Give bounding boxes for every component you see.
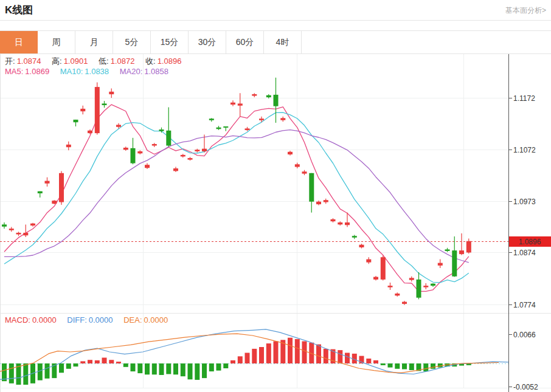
candle-body bbox=[373, 277, 378, 280]
y-axis-label: 1.1072 bbox=[513, 146, 536, 154]
macd-bar bbox=[137, 363, 142, 373]
ma5-label: MA5: bbox=[5, 67, 23, 76]
macd-bar bbox=[159, 363, 164, 375]
candle bbox=[181, 154, 185, 157]
macd-bar bbox=[188, 363, 193, 379]
candle bbox=[445, 248, 450, 252]
candle bbox=[366, 257, 371, 264]
candle-body bbox=[309, 173, 314, 202]
candle bbox=[23, 224, 28, 237]
close-label: 收: bbox=[145, 57, 156, 66]
macd-bar bbox=[152, 363, 157, 374]
candle-body bbox=[423, 286, 428, 287]
candle-body bbox=[23, 233, 28, 235]
candle-body bbox=[159, 129, 164, 131]
macd-bar bbox=[23, 363, 28, 385]
main-plot-area[interactable] bbox=[0, 78, 508, 305]
candle-body bbox=[74, 120, 78, 122]
candle bbox=[131, 138, 136, 164]
candle-body bbox=[88, 131, 92, 133]
candle bbox=[295, 163, 300, 168]
candle-body bbox=[223, 126, 228, 128]
candle bbox=[274, 78, 279, 123]
candle bbox=[195, 149, 199, 153]
diff-label: DIFF: bbox=[67, 315, 87, 325]
macd-readout: MACD:0.0000 DIFF:0.0000 DEA:0.0000 bbox=[5, 315, 170, 325]
widget-header: K线图 基本面分析> bbox=[0, 0, 551, 21]
y-axis-label: 1.0874 bbox=[513, 249, 536, 257]
low-value: 1.0872 bbox=[111, 57, 135, 66]
candle-body bbox=[266, 95, 271, 97]
candle bbox=[137, 150, 142, 154]
candle-body bbox=[252, 94, 257, 96]
candle-body bbox=[459, 250, 464, 254]
macd-bar bbox=[302, 342, 307, 364]
candle-body bbox=[45, 181, 50, 184]
macd-bar bbox=[423, 363, 428, 371]
macd-plot-area[interactable]: 0.0066-0.0052 bbox=[0, 329, 538, 391]
candle-body bbox=[381, 257, 386, 280]
macd-bar bbox=[288, 338, 293, 363]
candle bbox=[166, 107, 171, 146]
page-title: K线图 bbox=[5, 3, 33, 17]
macd-bar bbox=[80, 361, 85, 363]
macd-bar bbox=[238, 356, 243, 363]
candle bbox=[302, 170, 307, 176]
candle bbox=[30, 223, 35, 227]
current-price-tag: 1.0896 bbox=[509, 236, 551, 247]
candle bbox=[230, 100, 235, 106]
macd-bar bbox=[131, 363, 136, 371]
tab-4时[interactable]: 4时 bbox=[264, 31, 302, 53]
ma5-value: 1.0869 bbox=[25, 67, 49, 76]
candle bbox=[459, 233, 464, 255]
candle bbox=[52, 200, 57, 204]
candle-body bbox=[316, 202, 321, 204]
macd-bar bbox=[38, 363, 43, 380]
macd-bar bbox=[166, 363, 171, 374]
candle-body bbox=[259, 119, 264, 120]
macd-bar bbox=[388, 363, 393, 368]
candle-body bbox=[59, 173, 64, 202]
candle-body bbox=[209, 119, 214, 120]
ma5-line bbox=[4, 105, 469, 291]
candle-body bbox=[295, 164, 300, 167]
macd-bar bbox=[116, 362, 121, 363]
macd-bar bbox=[123, 363, 128, 367]
tab-周[interactable]: 周 bbox=[38, 31, 75, 53]
macd-bar bbox=[202, 363, 207, 378]
tab-月[interactable]: 月 bbox=[75, 31, 113, 53]
tab-60分[interactable]: 60分 bbox=[226, 31, 264, 53]
tab-日[interactable]: 日 bbox=[0, 31, 38, 53]
candle bbox=[395, 292, 400, 297]
tab-30分[interactable]: 30分 bbox=[189, 31, 226, 53]
candle-body bbox=[102, 103, 107, 105]
y-axis-label: 1.0774 bbox=[513, 301, 536, 309]
candle bbox=[280, 117, 285, 122]
candle bbox=[109, 89, 114, 98]
macd-bar bbox=[223, 363, 228, 368]
macd-bar bbox=[217, 363, 221, 371]
candle-body bbox=[288, 152, 293, 154]
candle-body bbox=[238, 103, 243, 105]
macd-bar bbox=[324, 349, 328, 363]
candle bbox=[223, 126, 228, 131]
macd-histogram bbox=[2, 338, 471, 385]
candle bbox=[173, 167, 178, 173]
candle bbox=[402, 301, 407, 305]
y-axis-label: 1.0973 bbox=[513, 198, 536, 206]
tab-15分[interactable]: 15分 bbox=[151, 31, 189, 53]
fundamental-analysis-link[interactable]: 基本面分析> bbox=[505, 5, 546, 16]
candle bbox=[45, 177, 50, 187]
macd-bar bbox=[66, 363, 71, 369]
ohlc-readout: 开:1.0874 高:1.0901 低:1.0872 收:1.0896 bbox=[5, 56, 183, 67]
candle-body bbox=[9, 229, 14, 230]
candle-body bbox=[152, 144, 157, 146]
diff-value: 0.0000 bbox=[89, 315, 113, 325]
macd-bar bbox=[431, 363, 435, 369]
candle bbox=[381, 256, 386, 281]
tab-5分[interactable]: 5分 bbox=[113, 31, 151, 53]
ma20-label: MA20: bbox=[120, 67, 143, 76]
macd-bar bbox=[338, 350, 342, 363]
candle-body bbox=[352, 236, 357, 238]
macd-bar bbox=[181, 363, 185, 376]
